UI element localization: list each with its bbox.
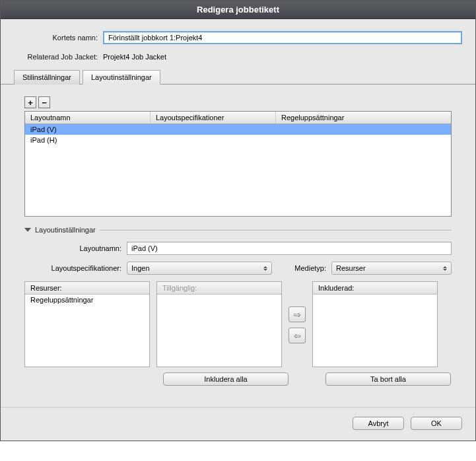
cell-rule-sets bbox=[281, 136, 446, 144]
layout-name-label: Layoutnamn: bbox=[24, 244, 127, 252]
add-remove-bar: + − bbox=[24, 96, 452, 108]
table-row[interactable]: iPad (V) bbox=[25, 124, 451, 135]
table-header: Layoutnamn Layoutspecifikationer Regelup… bbox=[25, 112, 451, 124]
layout-specs-value: Ingen bbox=[131, 264, 150, 272]
tab-style-settings[interactable]: Stilinställningar bbox=[14, 70, 80, 85]
resources-listbox[interactable]: Resurser: Regeluppsättningar bbox=[24, 281, 150, 367]
list-item[interactable]: Regeluppsättningar bbox=[25, 295, 149, 305]
layout-specs-label: Layoutspecifikationer: bbox=[24, 264, 127, 272]
remove-button[interactable]: − bbox=[38, 96, 50, 108]
cell-layout-name: iPad (H) bbox=[30, 136, 156, 144]
media-type-label: Medietyp: bbox=[272, 264, 331, 272]
card-name-input[interactable] bbox=[103, 31, 462, 44]
media-type-value: Resurser bbox=[336, 264, 366, 272]
included-body bbox=[313, 295, 437, 297]
th-layout-name[interactable]: Layoutnamn bbox=[25, 112, 151, 124]
section-rule bbox=[100, 230, 452, 230]
dialog-content: Kortets namn: Relaterad Job Jacket: Proj… bbox=[1, 19, 475, 398]
related-jacket-value: Projekt4 Job Jacket bbox=[103, 51, 462, 63]
th-layout-specs[interactable]: Layoutspecifikationer bbox=[151, 112, 276, 124]
layout-name-input[interactable] bbox=[127, 242, 452, 255]
section-title: Layoutinställningar bbox=[35, 226, 96, 234]
arrow-column: ⇨ ⇦ bbox=[289, 281, 306, 343]
include-remove-button-row: Inkludera alla Ta bort alla bbox=[24, 372, 452, 386]
exclude-arrow-button[interactable]: ⇦ bbox=[289, 328, 306, 343]
add-button[interactable]: + bbox=[24, 96, 36, 108]
tab-panel-layout: + − Layoutnamn Layoutspecifikationer Reg… bbox=[14, 85, 462, 398]
disclosure-triangle-icon[interactable] bbox=[24, 228, 31, 232]
included-header: Inkluderad: bbox=[313, 282, 437, 295]
resources-header: Resurser: bbox=[25, 282, 149, 295]
include-all-button[interactable]: Inkludera alla bbox=[163, 372, 289, 386]
related-jacket-row: Relaterad Job Jacket: Projekt4 Job Jacke… bbox=[14, 51, 462, 63]
available-header: Tillgänglig: bbox=[157, 282, 281, 295]
layout-specs-select[interactable]: Ingen bbox=[127, 262, 272, 275]
tab-bar: Stilinställningar Layoutinställningar bbox=[1, 69, 475, 85]
layout-settings-section: Layoutinställningar bbox=[24, 226, 452, 234]
layout-table[interactable]: Layoutnamn Layoutspecifikationer Regelup… bbox=[24, 111, 452, 217]
dialog-footer: Avbryt OK bbox=[1, 407, 475, 441]
cell-rule-sets bbox=[281, 125, 446, 133]
arrow-right-icon: ⇨ bbox=[294, 310, 301, 320]
cell-layout-name: iPad (V) bbox=[30, 125, 156, 133]
dialog-title: Redigera jobbetikett bbox=[1, 1, 475, 19]
table-body: iPad (V) iPad (H) bbox=[25, 124, 451, 145]
dialog-window: Redigera jobbetikett Kortets namn: Relat… bbox=[0, 0, 476, 441]
available-body bbox=[157, 295, 281, 297]
media-type-select[interactable]: Resurser bbox=[331, 262, 452, 275]
table-row[interactable]: iPad (H) bbox=[25, 135, 451, 145]
ok-button[interactable]: OK bbox=[411, 417, 462, 430]
card-name-label: Kortets namn: bbox=[14, 34, 103, 42]
chevron-updown-icon bbox=[263, 266, 267, 271]
specs-media-row: Layoutspecifikationer: Ingen Medietyp: R… bbox=[24, 262, 452, 275]
cancel-button[interactable]: Avbryt bbox=[353, 417, 404, 430]
tab-layout-settings[interactable]: Layoutinställningar bbox=[83, 70, 160, 85]
chevron-updown-icon bbox=[443, 266, 447, 271]
available-listbox[interactable]: Tillgänglig: bbox=[156, 281, 282, 367]
remove-all-button[interactable]: Ta bort alla bbox=[325, 372, 451, 386]
cell-layout-specs bbox=[156, 125, 281, 133]
cell-layout-specs bbox=[156, 136, 281, 144]
th-rule-sets[interactable]: Regeluppsättningar bbox=[276, 112, 451, 124]
resource-lists-row: Resurser: Regeluppsättningar Tillgänglig… bbox=[24, 281, 452, 367]
card-name-row: Kortets namn: bbox=[14, 31, 462, 44]
related-jacket-label: Relaterad Job Jacket: bbox=[14, 53, 103, 61]
arrow-left-icon: ⇦ bbox=[294, 331, 301, 341]
include-arrow-button[interactable]: ⇨ bbox=[289, 306, 306, 322]
layout-name-row: Layoutnamn: bbox=[24, 242, 452, 255]
included-listbox[interactable]: Inkluderad: bbox=[312, 281, 438, 367]
